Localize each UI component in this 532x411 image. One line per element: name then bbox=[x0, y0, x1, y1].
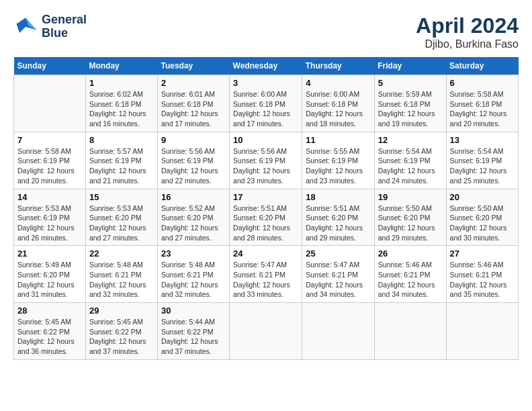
day-info: Sunrise: 5:47 AMSunset: 6:21 PMDaylight:… bbox=[233, 260, 298, 300]
day-number: 6 bbox=[450, 78, 515, 88]
calendar-table: SundayMondayTuesdayWednesdayThursdayFrid… bbox=[13, 57, 519, 360]
day-number: 3 bbox=[233, 78, 298, 88]
calendar-subtitle: Djibo, Burkina Faso bbox=[416, 38, 519, 50]
day-number: 22 bbox=[89, 248, 154, 259]
calendar-cell: 29Sunrise: 5:45 AMSunset: 6:22 PMDayligh… bbox=[85, 303, 157, 360]
day-number: 30 bbox=[161, 306, 226, 316]
calendar-cell: 30Sunrise: 5:44 AMSunset: 6:22 PMDayligh… bbox=[157, 303, 229, 360]
day-number: 5 bbox=[378, 78, 443, 88]
calendar-week-row: 21Sunrise: 5:49 AMSunset: 6:20 PMDayligh… bbox=[14, 246, 519, 303]
day-info: Sunrise: 5:45 AMSunset: 6:22 PMDaylight:… bbox=[17, 317, 82, 357]
day-number: 27 bbox=[450, 248, 515, 259]
calendar-cell: 7Sunrise: 5:58 AMSunset: 6:19 PMDaylight… bbox=[14, 132, 86, 189]
column-header-wednesday: Wednesday bbox=[230, 57, 302, 75]
calendar-cell: 10Sunrise: 5:56 AMSunset: 6:19 PMDayligh… bbox=[230, 132, 302, 189]
day-info: Sunrise: 5:48 AMSunset: 6:21 PMDaylight:… bbox=[89, 260, 154, 300]
day-info: Sunrise: 5:59 AMSunset: 6:18 PMDaylight:… bbox=[378, 89, 443, 129]
day-info: Sunrise: 5:51 AMSunset: 6:20 PMDaylight:… bbox=[306, 203, 371, 243]
calendar-cell bbox=[230, 303, 302, 360]
day-info: Sunrise: 5:57 AMSunset: 6:19 PMDaylight:… bbox=[89, 146, 154, 186]
calendar-cell: 17Sunrise: 5:51 AMSunset: 6:20 PMDayligh… bbox=[230, 189, 302, 246]
calendar-week-row: 1Sunrise: 6:02 AMSunset: 6:18 PMDaylight… bbox=[14, 75, 519, 132]
day-info: Sunrise: 5:56 AMSunset: 6:19 PMDaylight:… bbox=[161, 146, 226, 186]
calendar-cell bbox=[374, 303, 446, 360]
calendar-cell: 11Sunrise: 5:55 AMSunset: 6:19 PMDayligh… bbox=[302, 132, 375, 189]
day-info: Sunrise: 5:51 AMSunset: 6:20 PMDaylight:… bbox=[233, 203, 298, 243]
day-info: Sunrise: 6:00 AMSunset: 6:18 PMDaylight:… bbox=[233, 89, 298, 129]
title-block: April 2024 Djibo, Burkina Faso bbox=[416, 13, 519, 50]
calendar-cell: 23Sunrise: 5:48 AMSunset: 6:21 PMDayligh… bbox=[157, 246, 229, 303]
day-info: Sunrise: 5:46 AMSunset: 6:21 PMDaylight:… bbox=[450, 260, 515, 300]
day-info: Sunrise: 5:55 AMSunset: 6:19 PMDaylight:… bbox=[306, 146, 371, 186]
calendar-cell: 6Sunrise: 5:58 AMSunset: 6:18 PMDaylight… bbox=[446, 75, 518, 132]
day-number: 28 bbox=[17, 306, 82, 316]
day-info: Sunrise: 5:44 AMSunset: 6:22 PMDaylight:… bbox=[161, 317, 226, 357]
day-info: Sunrise: 6:01 AMSunset: 6:18 PMDaylight:… bbox=[161, 89, 226, 129]
day-info: Sunrise: 5:52 AMSunset: 6:20 PMDaylight:… bbox=[161, 203, 226, 243]
calendar-title: April 2024 bbox=[416, 13, 519, 38]
calendar-cell bbox=[302, 303, 375, 360]
day-number: 23 bbox=[161, 248, 226, 259]
day-number: 13 bbox=[450, 135, 515, 145]
day-info: Sunrise: 5:58 AMSunset: 6:19 PMDaylight:… bbox=[17, 146, 82, 186]
calendar-week-row: 28Sunrise: 5:45 AMSunset: 6:22 PMDayligh… bbox=[14, 303, 519, 360]
calendar-cell: 9Sunrise: 5:56 AMSunset: 6:19 PMDaylight… bbox=[157, 132, 229, 189]
day-info: Sunrise: 6:02 AMSunset: 6:18 PMDaylight:… bbox=[89, 89, 154, 129]
calendar-cell: 20Sunrise: 5:50 AMSunset: 6:20 PMDayligh… bbox=[446, 189, 518, 246]
day-number: 11 bbox=[306, 135, 371, 145]
calendar-cell: 14Sunrise: 5:53 AMSunset: 6:19 PMDayligh… bbox=[14, 189, 86, 246]
calendar-cell: 13Sunrise: 5:54 AMSunset: 6:19 PMDayligh… bbox=[446, 132, 518, 189]
calendar-body: 1Sunrise: 6:02 AMSunset: 6:18 PMDaylight… bbox=[14, 75, 519, 360]
calendar-cell: 25Sunrise: 5:47 AMSunset: 6:21 PMDayligh… bbox=[302, 246, 375, 303]
day-number: 4 bbox=[306, 78, 371, 88]
calendar-header-row: SundayMondayTuesdayWednesdayThursdayFrid… bbox=[14, 57, 519, 75]
calendar-cell: 24Sunrise: 5:47 AMSunset: 6:21 PMDayligh… bbox=[230, 246, 302, 303]
day-info: Sunrise: 5:46 AMSunset: 6:21 PMDaylight:… bbox=[378, 260, 443, 300]
day-info: Sunrise: 5:54 AMSunset: 6:19 PMDaylight:… bbox=[378, 146, 443, 186]
day-number: 16 bbox=[161, 192, 226, 202]
day-number: 29 bbox=[89, 306, 154, 316]
column-header-sunday: Sunday bbox=[14, 57, 86, 75]
calendar-cell: 19Sunrise: 5:50 AMSunset: 6:20 PMDayligh… bbox=[374, 189, 446, 246]
day-number: 1 bbox=[89, 78, 154, 88]
calendar-cell: 1Sunrise: 6:02 AMSunset: 6:18 PMDaylight… bbox=[85, 75, 157, 132]
calendar-cell: 16Sunrise: 5:52 AMSunset: 6:20 PMDayligh… bbox=[157, 189, 229, 246]
day-number: 14 bbox=[17, 192, 82, 202]
column-header-saturday: Saturday bbox=[446, 57, 518, 75]
day-number: 18 bbox=[306, 192, 371, 202]
day-number: 25 bbox=[306, 248, 371, 259]
day-info: Sunrise: 6:00 AMSunset: 6:18 PMDaylight:… bbox=[306, 89, 371, 129]
day-number: 7 bbox=[17, 135, 82, 145]
calendar-cell: 4Sunrise: 6:00 AMSunset: 6:18 PMDaylight… bbox=[302, 75, 375, 132]
page-header: General Blue April 2024 Djibo, Burkina F… bbox=[13, 13, 519, 50]
day-number: 20 bbox=[450, 192, 515, 202]
column-header-tuesday: Tuesday bbox=[157, 57, 229, 75]
calendar-cell: 2Sunrise: 6:01 AMSunset: 6:18 PMDaylight… bbox=[157, 75, 229, 132]
day-info: Sunrise: 5:48 AMSunset: 6:21 PMDaylight:… bbox=[161, 260, 226, 300]
day-info: Sunrise: 5:53 AMSunset: 6:19 PMDaylight:… bbox=[17, 203, 82, 243]
day-number: 19 bbox=[378, 192, 443, 202]
calendar-week-row: 14Sunrise: 5:53 AMSunset: 6:19 PMDayligh… bbox=[14, 189, 519, 246]
column-header-friday: Friday bbox=[374, 57, 446, 75]
calendar-cell: 27Sunrise: 5:46 AMSunset: 6:21 PMDayligh… bbox=[446, 246, 518, 303]
calendar-cell: 26Sunrise: 5:46 AMSunset: 6:21 PMDayligh… bbox=[374, 246, 446, 303]
calendar-cell: 5Sunrise: 5:59 AMSunset: 6:18 PMDaylight… bbox=[374, 75, 446, 132]
day-number: 8 bbox=[89, 135, 154, 145]
day-number: 24 bbox=[233, 248, 298, 259]
day-number: 17 bbox=[233, 192, 298, 202]
calendar-cell: 12Sunrise: 5:54 AMSunset: 6:19 PMDayligh… bbox=[374, 132, 446, 189]
calendar-cell: 8Sunrise: 5:57 AMSunset: 6:19 PMDaylight… bbox=[85, 132, 157, 189]
day-info: Sunrise: 5:50 AMSunset: 6:20 PMDaylight:… bbox=[378, 203, 443, 243]
calendar-cell: 21Sunrise: 5:49 AMSunset: 6:20 PMDayligh… bbox=[14, 246, 86, 303]
day-info: Sunrise: 5:58 AMSunset: 6:18 PMDaylight:… bbox=[450, 89, 515, 129]
day-number: 12 bbox=[378, 135, 443, 145]
calendar-cell: 18Sunrise: 5:51 AMSunset: 6:20 PMDayligh… bbox=[302, 189, 375, 246]
day-number: 15 bbox=[89, 192, 154, 202]
column-header-thursday: Thursday bbox=[302, 57, 375, 75]
day-info: Sunrise: 5:45 AMSunset: 6:22 PMDaylight:… bbox=[89, 317, 154, 357]
day-info: Sunrise: 5:56 AMSunset: 6:19 PMDaylight:… bbox=[233, 146, 298, 186]
day-info: Sunrise: 5:54 AMSunset: 6:19 PMDaylight:… bbox=[450, 146, 515, 186]
logo: General Blue bbox=[13, 13, 87, 40]
calendar-week-row: 7Sunrise: 5:58 AMSunset: 6:19 PMDaylight… bbox=[14, 132, 519, 189]
day-info: Sunrise: 5:50 AMSunset: 6:20 PMDaylight:… bbox=[450, 203, 515, 243]
